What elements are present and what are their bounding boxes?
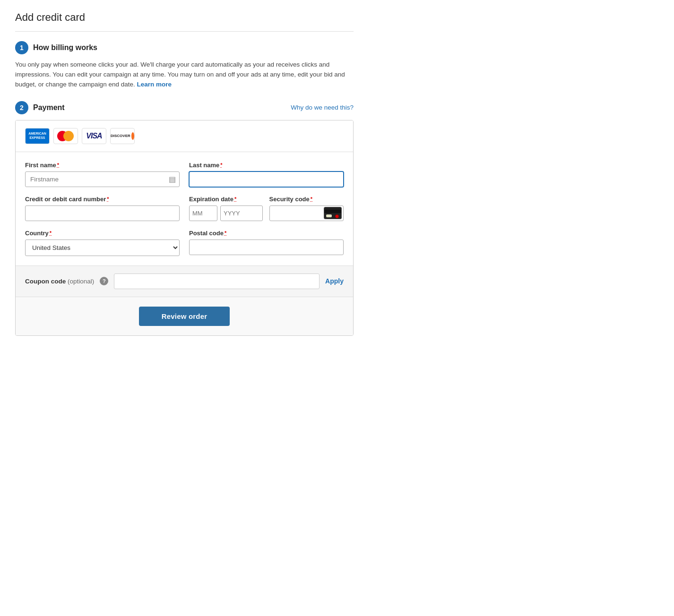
first-name-required: *: [57, 162, 59, 168]
expiry-group: Expiration date*: [189, 196, 264, 221]
card-number-input[interactable]: [25, 205, 180, 221]
learn-more-link[interactable]: Learn more: [137, 81, 172, 88]
autofill-icon: ▤: [169, 175, 176, 184]
coupon-label: Coupon code (optional): [25, 278, 94, 285]
security-label: Security code*: [269, 196, 344, 203]
form-area: First name* ▤ Last name* Lastname: [16, 152, 353, 266]
coupon-input[interactable]: [114, 274, 320, 289]
step1-header: 1 How billing works: [15, 41, 354, 54]
payment-header: 2 Payment Why do we need this?: [15, 101, 354, 114]
coupon-help-icon[interactable]: ?: [100, 277, 108, 285]
coupon-optional: (optional): [68, 278, 94, 285]
security-card-icon: [324, 207, 342, 219]
card-panel: AMERICANEXPRESS VISA DISCOVER: [15, 120, 354, 336]
step1-badge: 1: [15, 41, 28, 54]
card-logos-row: AMERICANEXPRESS VISA DISCOVER: [16, 120, 353, 152]
expiry-security-group: Expiration date* Security code*: [189, 196, 344, 221]
expiry-month-input[interactable]: [189, 205, 217, 221]
card-number-group: Credit or debit card number*: [25, 196, 180, 221]
expiry-label: Expiration date*: [189, 196, 264, 203]
step1-title: How billing works: [33, 43, 97, 52]
expiry-inputs: [189, 205, 264, 221]
last-name-input[interactable]: Lastname: [189, 171, 344, 187]
first-name-label: First name*: [25, 162, 180, 169]
first-name-input[interactable]: [25, 171, 180, 187]
postal-label: Postal code*: [189, 230, 344, 237]
postal-group: Postal code*: [189, 230, 344, 256]
title-divider: [15, 31, 354, 32]
step2-title: Payment: [33, 103, 65, 112]
amex-logo: AMERICANEXPRESS: [25, 128, 50, 144]
visa-logo: VISA: [82, 128, 106, 144]
expiry-year-input[interactable]: [220, 205, 263, 221]
name-row: First name* ▤ Last name* Lastname: [25, 162, 344, 187]
coupon-row: Coupon code (optional) ? Apply: [16, 266, 353, 297]
last-name-group: Last name* Lastname: [189, 162, 344, 187]
card-number-label: Credit or debit card number*: [25, 196, 180, 203]
page-title: Add credit card: [15, 11, 354, 24]
card-required: *: [107, 196, 109, 202]
country-postal-row: Country* United States Canada United Kin…: [25, 230, 344, 256]
first-name-input-wrap: ▤: [25, 171, 180, 187]
expiry-required: *: [234, 196, 236, 202]
card-row: Credit or debit card number* Expiration …: [25, 196, 344, 221]
step2-badge: 2: [15, 101, 28, 114]
country-select[interactable]: United States Canada United Kingdom Aust…: [25, 240, 180, 256]
why-link[interactable]: Why do we need this?: [291, 104, 354, 111]
security-required: *: [311, 196, 312, 202]
billing-description: You only pay when someone clicks your ad…: [15, 60, 354, 90]
country-group: Country* United States Canada United Kin…: [25, 230, 180, 256]
mastercard-logo: [53, 128, 78, 144]
postal-required: *: [225, 230, 226, 236]
security-input-wrap: [269, 205, 344, 221]
last-name-label: Last name*: [189, 162, 344, 169]
postal-code-input[interactable]: [189, 240, 344, 255]
country-label: Country*: [25, 230, 180, 237]
last-name-required: *: [220, 162, 222, 168]
review-order-button[interactable]: Review order: [139, 307, 230, 326]
country-required: *: [50, 230, 52, 236]
review-row: Review order: [16, 297, 353, 335]
security-group: Security code*: [269, 196, 344, 221]
apply-button[interactable]: Apply: [325, 277, 344, 285]
discover-logo: DISCOVER: [110, 128, 135, 144]
first-name-group: First name* ▤: [25, 162, 180, 187]
